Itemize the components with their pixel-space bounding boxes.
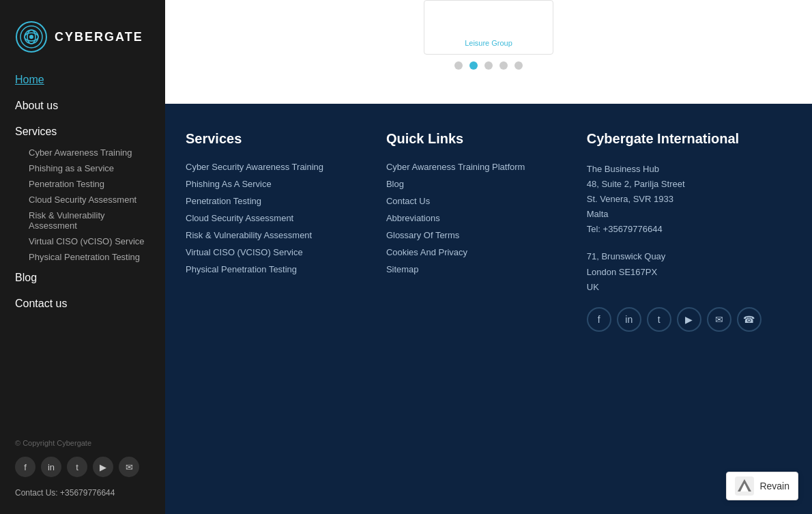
footer-youtube-icon[interactable]: ▶ — [677, 307, 701, 332]
footer-facebook-icon[interactable]: f — [587, 307, 611, 332]
footer-phone-icon[interactable]: ☎ — [737, 307, 762, 332]
revain-icon — [735, 476, 754, 496]
main-content: Leisure Group Services Cyber Security Aw… — [165, 0, 812, 514]
footer-quick-links-col: Quick Links Cyber Awareness Training Pla… — [386, 131, 566, 494]
twitter-icon[interactable]: t — [67, 457, 87, 477]
footer-link-glossary[interactable]: Glossary Of Terms — [386, 230, 566, 240]
sidebar-item-physical-pen[interactable]: Physical Penetration Testing — [0, 249, 165, 265]
revain-label: Revain — [759, 481, 789, 491]
footer-address-london: 71, Brunswick Quay London SE167PX UK — [587, 249, 785, 294]
footer-link-cyber-security[interactable]: Cyber Security Awareness Training — [186, 162, 366, 172]
footer-link-cookies[interactable]: Cookies And Privacy — [386, 247, 566, 257]
sidebar: CYBERGATE Home About us Services Cyber A… — [0, 0, 165, 514]
sidebar-item-cyber-awareness[interactable]: Cyber Awareness Training — [0, 145, 165, 160]
footer-social-icons: f in t ▶ ✉ ☎ — [587, 307, 785, 332]
footer-link-pen-testing[interactable]: Penetration Testing — [186, 196, 366, 206]
footer-linkedin-icon[interactable]: in — [617, 307, 641, 332]
card-subtitle: Leisure Group — [465, 39, 512, 47]
sidebar-item-risk-vuln[interactable]: Risk & Vulnerability Assessment — [0, 208, 165, 233]
sidebar-item-pen-testing[interactable]: Penetration Testing — [0, 176, 165, 192]
email-icon[interactable]: ✉ — [119, 457, 139, 477]
footer-link-risk-vuln[interactable]: Risk & Vulnerability Assessment — [186, 230, 366, 240]
carousel-dot-2[interactable] — [469, 61, 478, 70]
sidebar-item-contact[interactable]: Contact us — [0, 291, 165, 317]
card-area: Leisure Group — [165, 0, 812, 83]
footer-link-blog[interactable]: Blog — [386, 179, 566, 189]
sidebar-item-cloud-security[interactable]: Cloud Security Assessment — [0, 192, 165, 208]
footer-services-col: Services Cyber Security Awareness Traini… — [186, 131, 366, 494]
footer-link-sitemap[interactable]: Sitemap — [386, 264, 566, 274]
logo-text: CYBERGATE — [55, 30, 143, 44]
logo-area: CYBERGATE — [0, 0, 165, 67]
linkedin-icon[interactable]: in — [41, 457, 61, 477]
sidebar-item-services[interactable]: Services — [0, 119, 165, 145]
footer-link-cyber-awareness-platform[interactable]: Cyber Awareness Training Platform — [386, 162, 566, 172]
footer-link-contact-us[interactable]: Contact Us — [386, 196, 566, 206]
sidebar-item-vciso[interactable]: Virtual CISO (vCISO) Service — [0, 233, 165, 249]
testimonial-card: Leisure Group — [424, 0, 553, 55]
footer-address-malta: The Business Hub 48, Suite 2, Parilja St… — [587, 162, 785, 237]
top-section: Leisure Group — [165, 0, 812, 104]
carousel-dot-3[interactable] — [484, 61, 493, 70]
copyright-text: © Copyright Cybergate — [0, 428, 165, 453]
contact-tel: Contact Us: +35679776644 — [0, 481, 165, 500]
footer-link-cloud-security[interactable]: Cloud Security Assessment — [186, 213, 366, 223]
carousel-dot-1[interactable] — [454, 61, 463, 70]
carousel-dot-4[interactable] — [499, 61, 508, 70]
footer-link-abbreviations[interactable]: Abbreviations — [386, 213, 566, 223]
sidebar-item-home[interactable]: Home — [0, 67, 165, 93]
footer-cybergate-title: Cybergate International — [587, 131, 785, 147]
sidebar-navigation: Home About us Services Cyber Awareness T… — [0, 67, 165, 428]
footer-quick-links-title: Quick Links — [386, 131, 566, 147]
logo-icon — [15, 20, 48, 53]
footer-services-title: Services — [186, 131, 366, 147]
footer-section: Services Cyber Security Awareness Traini… — [165, 104, 812, 514]
footer-link-vciso[interactable]: Virtual CISO (VCISO) Service — [186, 247, 366, 257]
carousel-dot-5[interactable] — [514, 61, 523, 70]
footer-email-icon[interactable]: ✉ — [707, 307, 731, 332]
footer-link-phishing[interactable]: Phishing As A Service — [186, 179, 366, 189]
sidebar-item-phishing[interactable]: Phishing as a Service — [0, 160, 165, 176]
footer-link-physical-pen[interactable]: Physical Penetration Testing — [186, 264, 366, 274]
footer-twitter-icon[interactable]: t — [647, 307, 671, 332]
sidebar-social-links: f in t ▶ ✉ — [0, 453, 165, 481]
sidebar-item-blog[interactable]: Blog — [0, 265, 165, 291]
facebook-icon[interactable]: f — [15, 457, 35, 477]
carousel-dots — [454, 61, 523, 76]
footer-cybergate-col: Cybergate International The Business Hub… — [587, 131, 785, 494]
revain-widget[interactable]: Revain — [726, 472, 798, 500]
youtube-icon[interactable]: ▶ — [93, 457, 113, 477]
sidebar-item-about[interactable]: About us — [0, 93, 165, 119]
svg-point-5 — [29, 35, 33, 39]
